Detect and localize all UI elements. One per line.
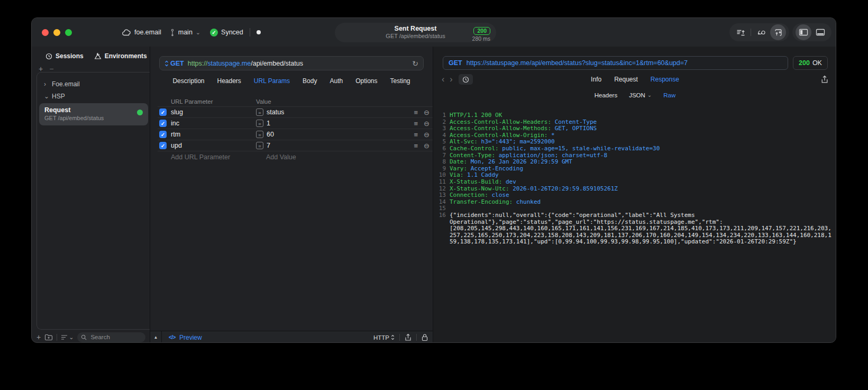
row-menu-icon[interactable]: ≡ (414, 108, 418, 116)
response-viewer: GET https://statuspage.me/api/embed/stat… (433, 47, 836, 343)
tab-sessions[interactable]: Sessions (45, 52, 84, 60)
tab-request[interactable]: Request (614, 76, 638, 83)
synced-check-icon: ✓ (210, 29, 218, 37)
header-value: Mon, 26 Jan 2026 20:29:59 GMT (467, 158, 572, 165)
method-select[interactable]: GET (170, 60, 184, 67)
param-row: ✓ slug = status ≡ ⊖ (158, 107, 433, 118)
minimize-window-button[interactable] (53, 29, 60, 36)
param-checkbox[interactable]: ✓ (159, 108, 167, 116)
zoom-window-button[interactable] (65, 29, 72, 36)
subtab-json[interactable]: JSON ⌄ (629, 92, 652, 98)
response-raw-body[interactable]: 1HTTP/1.1 200 OK 2Access-Control-Allow-H… (433, 111, 836, 343)
header-value: h3=":443"; ma=2592000 (478, 138, 555, 145)
history-button[interactable] (459, 74, 473, 85)
row-menu-icon[interactable]: ≡ (414, 142, 418, 150)
send-queue-button[interactable] (733, 24, 748, 40)
param-checkbox[interactable]: ✓ (159, 120, 167, 127)
remove-row-icon[interactable]: ⊖ (424, 142, 430, 150)
chevron-down-icon: ⌄ (647, 93, 652, 98)
tab-testing[interactable]: Testing (390, 77, 410, 85)
export-response-button[interactable] (821, 75, 828, 84)
tree-item-foe-email[interactable]: › Foe.email (37, 78, 150, 90)
search-icon (81, 334, 87, 340)
remove-row-icon[interactable]: ⊖ (424, 120, 430, 128)
param-row: ✓ inc = 1 ≡ ⊖ (158, 118, 433, 129)
back-button[interactable]: ‹ (442, 75, 444, 84)
row-menu-icon[interactable]: ≡ (414, 120, 418, 128)
tab-response[interactable]: Response (651, 76, 679, 83)
sent-url-box[interactable]: GET https://statuspage.me/api/embed/stat… (443, 56, 788, 70)
param-checkbox[interactable]: ✓ (159, 131, 167, 138)
remove-row-icon[interactable]: ⊖ (424, 108, 430, 116)
tab-info[interactable]: Info (591, 76, 601, 83)
request-list-item-selected[interactable]: Request GET /api/embed/status (39, 103, 148, 125)
header-value: Accept-Encoding (467, 165, 523, 172)
share-button[interactable] (405, 333, 412, 341)
forward-button[interactable]: › (450, 75, 452, 84)
url-path: /api/embed/status (251, 60, 303, 67)
add-folder-button[interactable] (44, 334, 53, 341)
toggle-bottom-panel-button[interactable] (812, 24, 828, 40)
remove-row-icon[interactable]: ⊖ (424, 131, 430, 139)
sidebar-footer: + ⌄ (32, 331, 150, 343)
tab-description[interactable]: Description (172, 77, 204, 85)
add-param-name-input[interactable]: Add URL Parameter (171, 153, 266, 161)
param-name-input[interactable]: inc (171, 120, 256, 127)
sent-request-pill[interactable]: Sent Request GET /api/embed/status 200 2… (335, 23, 496, 42)
import-request-button[interactable] (770, 24, 786, 40)
param-checkbox[interactable]: ✓ (159, 142, 167, 149)
tab-headers[interactable]: Headers (217, 77, 241, 85)
sort-list-button[interactable]: ⌄ (61, 334, 74, 340)
subtab-headers-label: Headers (595, 92, 617, 98)
equals-icon: = (256, 120, 263, 127)
add-request-button[interactable]: + (36, 333, 41, 341)
tab-options[interactable]: Options (355, 77, 377, 85)
preview-button[interactable]: </> Preview (169, 334, 202, 341)
project-name: foe.email (134, 29, 161, 36)
sidebar-search[interactable] (77, 332, 145, 342)
subtab-headers[interactable]: Headers (595, 92, 617, 98)
param-name-input[interactable]: slug (171, 108, 256, 116)
header-value: 1.1 Caddy (464, 171, 499, 178)
collapse-panel-button[interactable]: ▲ (150, 331, 162, 343)
response-url-row: GET https://statuspage.me/api/embed/stat… (443, 56, 828, 70)
param-value-input[interactable]: 60 (267, 131, 408, 138)
add-param-value-input[interactable]: Add Value (266, 153, 296, 161)
tab-auth[interactable]: Auth (330, 77, 343, 85)
resend-button[interactable]: ↻ (412, 59, 418, 68)
lock-button[interactable] (422, 333, 428, 341)
header-name: Content-Type: (450, 152, 495, 159)
tab-body[interactable]: Body (303, 77, 317, 85)
url-scheme: https:// (188, 60, 208, 67)
folder-plus-icon (44, 334, 53, 341)
param-value-input[interactable]: 1 (267, 120, 408, 127)
row-menu-icon[interactable]: ≡ (414, 131, 418, 139)
toggle-sidebar-button[interactable] (796, 24, 811, 40)
branch-menu[interactable]: main ⌄ (170, 29, 200, 37)
subtab-raw[interactable]: Raw (663, 92, 675, 98)
param-name-input[interactable]: rtm (171, 131, 256, 138)
param-value-input[interactable]: status (267, 108, 408, 116)
tab-url-params[interactable]: URL Params (254, 77, 290, 85)
branch-icon (170, 29, 175, 37)
footer-separator (399, 334, 400, 341)
project-menu[interactable]: foe.email (122, 29, 161, 36)
request-url-bar[interactable]: GET https://statuspage.me/api/embed/stat… (159, 56, 424, 70)
link-loop-button[interactable] (753, 24, 769, 40)
format-select[interactable]: HTTP (373, 334, 395, 341)
header-value: chunked (513, 198, 541, 205)
sync-status[interactable]: ✓ Synced (210, 29, 243, 37)
tree-item-label: Foe.email (52, 80, 80, 88)
param-name-input[interactable]: upd (171, 142, 256, 149)
tab-environments[interactable]: Environments (94, 52, 147, 60)
branch-name: main (178, 29, 193, 36)
close-window-button[interactable] (42, 29, 49, 36)
search-input[interactable] (89, 333, 142, 341)
request-actions-group (729, 23, 789, 41)
param-value-input[interactable]: 7 (267, 142, 408, 149)
tree-item-hsp[interactable]: ⌄ HSP (37, 90, 150, 102)
column-url-parameter: URL Parameter (171, 98, 256, 105)
subtab-raw-label: Raw (663, 92, 675, 98)
sidebar: Sessions Environments + − › Foe.email ⌄ … (32, 47, 150, 343)
line-number: 8 (435, 159, 446, 166)
